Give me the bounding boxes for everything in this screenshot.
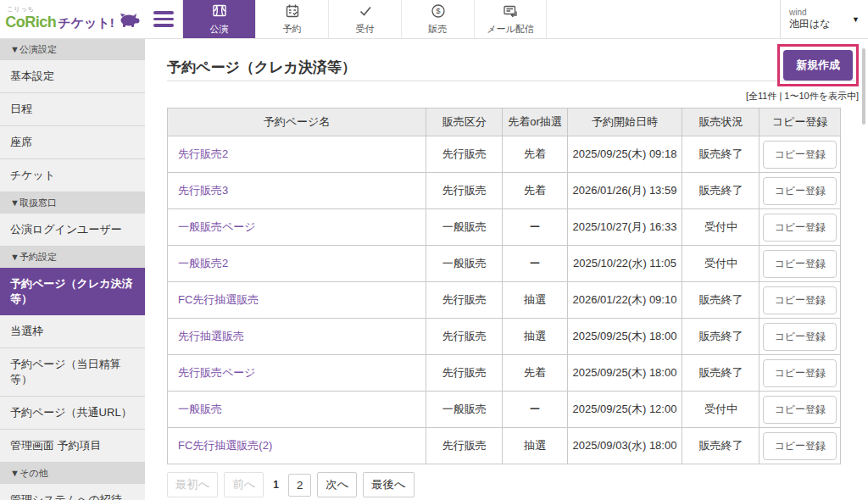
sidebar-item-schedule[interactable]: 日程: [0, 93, 145, 126]
sidebar-section-other: ▼その他: [0, 463, 145, 484]
reservation-pages-table: 予約ページ名 販売区分 先着or抽選 予約開始日時 販売状況 コピー登録 先行販…: [167, 108, 841, 464]
menu-icon: [153, 11, 174, 14]
reservation-page-link[interactable]: FC先行抽選販売(2): [178, 439, 272, 452]
start-datetime-cell: 2025/09/25(木) 12:00: [567, 392, 682, 428]
copy-register-button[interactable]: コピー登録: [763, 214, 837, 242]
sidebar-item-tickets[interactable]: チケット: [0, 159, 145, 192]
column-header-fcfs-or-lottery: 先着or抽選: [503, 108, 567, 136]
fcfs-or-lottery-cell: 抽選: [503, 428, 567, 464]
reservation-page-link[interactable]: 先行販売2: [178, 147, 228, 160]
sidebar-item-invite-admin-system[interactable]: 管理システムへの招待: [0, 484, 145, 500]
sidebar-item-basic-settings[interactable]: 基本設定: [0, 60, 145, 93]
sidebar-item-reservation-page-credit[interactable]: 予約ページ（クレカ決済等）: [0, 268, 145, 315]
sidebar-section-reservation-settings: ▼予約設定: [0, 247, 145, 268]
sales-category-cell: 一般販売: [426, 209, 503, 246]
sales-status-cell: 受付中: [682, 209, 760, 246]
reservation-page-link[interactable]: 一般販売: [178, 403, 222, 415]
sidebar-item-reservation-page-sameday[interactable]: 予約ページ（当日精算等）: [0, 348, 145, 397]
sidebar-section-sales-windows: ▼取扱窓口: [0, 192, 145, 214]
column-header-sales-category: 販売区分: [426, 108, 503, 136]
sales-status-cell: 販売終了: [682, 428, 760, 464]
table-row: 一般販売2 一般販売 ー 2025/10/22(水) 11:05 受付中 コピー…: [168, 246, 841, 282]
start-datetime-cell: 2025/09/25(木) 18:00: [567, 319, 682, 355]
sidebar-item-admin-reservation-fields[interactable]: 管理画面 予約項目: [0, 430, 145, 463]
column-header-page-name: 予約ページ名: [168, 108, 426, 136]
calendar-check-icon: [285, 3, 300, 20]
fcfs-or-lottery-cell: 先着: [503, 355, 567, 392]
start-datetime-cell: 2025/09/03(水) 18:00: [567, 428, 682, 464]
sales-category-cell: 先行販売: [426, 319, 503, 355]
sales-category-cell: 一般販売: [426, 246, 503, 282]
pagination: 最初へ 前へ 1 2 次へ 最後へ: [167, 472, 859, 497]
hamburger-menu-button[interactable]: [145, 0, 182, 38]
pagination-last-button[interactable]: 最後へ: [363, 472, 414, 497]
sales-category-cell: 先行販売: [426, 282, 503, 319]
column-header-copy-register: コピー登録: [760, 108, 841, 136]
sales-status-cell: 販売終了: [682, 282, 760, 319]
sidebar-item-seats[interactable]: 座席: [0, 126, 145, 159]
fcfs-or-lottery-cell: 抽選: [503, 282, 567, 319]
mail-delivery-icon: [503, 3, 518, 20]
copy-register-button[interactable]: コピー登録: [763, 141, 837, 169]
reservation-page-link[interactable]: 先行販売ページ: [178, 366, 256, 379]
sidebar-item-winning-slots[interactable]: 当選枠: [0, 315, 145, 348]
table-row: FC先行抽選販売(2) 先行販売 抽選 2025/09/03(水) 18:00 …: [168, 428, 841, 464]
reservation-page-link[interactable]: 先行販売3: [178, 184, 228, 197]
reservation-page-link[interactable]: FC先行抽選販売: [178, 293, 259, 306]
reservation-page-link[interactable]: 先行抽選販売: [178, 330, 244, 342]
table-row: 一般販売ページ 一般販売 ー 2025/10/27(月) 16:33 受付中 コ…: [168, 209, 841, 246]
reservation-page-link[interactable]: 一般販売2: [178, 257, 228, 269]
start-datetime-cell: 2026/01/22(木) 09:10: [567, 282, 682, 319]
sales-category-cell: 先行販売: [426, 173, 503, 209]
sales-status-cell: 販売終了: [682, 136, 760, 173]
fcfs-or-lottery-cell: ー: [503, 392, 567, 428]
pagination-current-page: 1: [270, 475, 282, 495]
pagination-next-button[interactable]: 次へ: [317, 472, 357, 497]
table-row: 先行販売2 先行販売 先着 2025/09/25(木) 09:18 販売終了 コ…: [168, 136, 841, 173]
table-row: 先行抽選販売 先行販売 抽選 2025/09/25(木) 18:00 販売終了 …: [168, 319, 841, 355]
copy-register-button[interactable]: コピー登録: [763, 323, 837, 351]
fcfs-or-lottery-cell: 先着: [503, 136, 567, 173]
sales-category-cell: 先行販売: [426, 136, 503, 173]
app-logo[interactable]: こりっち CoRich チケット!: [0, 0, 145, 38]
copy-register-button[interactable]: コピー登録: [763, 432, 837, 460]
dollar-circle-icon: $: [431, 3, 446, 20]
tab-sales[interactable]: $ 販売: [401, 0, 474, 38]
sidebar-section-performance-settings: ▼公演設定: [0, 39, 145, 60]
page-title: 予約ページ（クレカ決済等）: [167, 58, 356, 77]
start-datetime-cell: 2025/10/27(月) 16:33: [567, 209, 682, 246]
tab-mail-delivery[interactable]: メール配信: [474, 0, 547, 38]
reservation-page-link[interactable]: 一般販売ページ: [178, 220, 256, 233]
tab-performances[interactable]: 公演: [182, 0, 255, 38]
copy-register-button[interactable]: コピー登録: [763, 177, 837, 205]
sidebar-item-performance-login-users[interactable]: 公演ログインユーザー: [0, 214, 145, 247]
fcfs-or-lottery-cell: ー: [503, 246, 567, 282]
stage-icon: [212, 3, 227, 20]
logo-ruby-text: こりっち: [7, 5, 35, 14]
tab-reservations[interactable]: 予約: [255, 0, 328, 38]
pagination-prev-button[interactable]: 前へ: [224, 472, 264, 497]
sales-category-cell: 先行販売: [426, 428, 503, 464]
copy-register-button[interactable]: コピー登録: [763, 396, 837, 424]
tab-reception[interactable]: 受付: [328, 0, 401, 38]
logo-brand-text: CoRich: [5, 14, 56, 31]
pagination-page-2-button[interactable]: 2: [288, 474, 311, 497]
copy-register-button[interactable]: コピー登録: [763, 286, 837, 314]
column-header-start-datetime: 予約開始日時: [567, 108, 682, 136]
start-datetime-cell: 2025/10/22(水) 11:05: [567, 246, 682, 282]
sidebar-item-reservation-page-common-url[interactable]: 予約ページ（共通URL）: [0, 397, 145, 430]
pagination-first-button[interactable]: 最初へ: [167, 472, 218, 497]
copy-register-button[interactable]: コピー登録: [763, 359, 837, 387]
sidebar: ▼公演設定 基本設定 日程 座席 チケット ▼取扱窓口 公演ログインユーザー ▼…: [0, 39, 145, 500]
create-new-button[interactable]: 新規作成: [783, 50, 853, 81]
table-row: 一般販売 一般販売 ー 2025/09/25(木) 12:00 受付中 コピー登…: [168, 392, 841, 428]
sales-category-cell: 先行販売: [426, 355, 503, 392]
sales-status-cell: 販売終了: [682, 173, 760, 209]
copy-register-button[interactable]: コピー登録: [763, 250, 837, 278]
vertical-scrollbar[interactable]: [862, 48, 865, 125]
highlight-annotation: 新規作成: [777, 44, 859, 86]
sales-status-cell: 販売終了: [682, 355, 760, 392]
user-menu[interactable]: wind 池田はな ▼: [780, 0, 868, 38]
start-datetime-cell: 2025/09/25(木) 09:18: [567, 136, 682, 173]
main-nav-tabs: 公演 予約 受付: [182, 0, 547, 38]
